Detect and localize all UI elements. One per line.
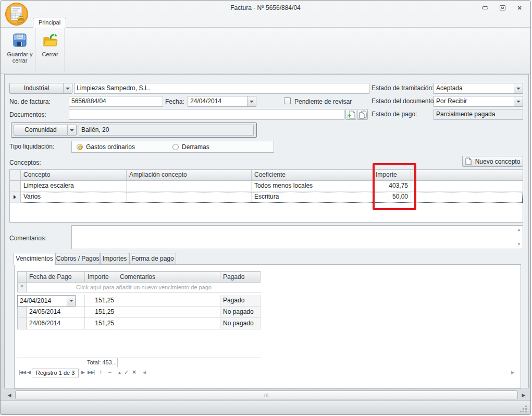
scrollbar-thumb[interactable]: ||| — [15, 390, 518, 399]
concept-row[interactable]: Limpieza escalera Todos menos locales 40… — [10, 181, 523, 192]
close-folder-icon — [42, 32, 58, 48]
total-label: Total: 453... — [85, 358, 118, 367]
col-pagado[interactable]: Pagado — [220, 271, 261, 283]
nav-post-button[interactable]: ✓ — [124, 369, 129, 376]
document-state-combo[interactable]: Por Recibir — [434, 96, 523, 107]
scroll-up-icon[interactable]: ▲ — [517, 228, 521, 232]
new-row-hint[interactable]: Click aquí para añadir un nuevo vencimie… — [27, 283, 261, 292]
new-concept-button[interactable]: Nuevo concepto — [462, 156, 523, 167]
resize-grip-icon[interactable] — [520, 406, 527, 413]
minimize-button[interactable] — [481, 5, 489, 11]
nav-append-button[interactable]: + — [99, 369, 103, 376]
supplier-type-label: Industrial — [10, 83, 63, 93]
payment-state-label: Estado de pago: — [372, 111, 417, 118]
tab-importes[interactable]: Importes — [100, 253, 129, 264]
new-row-icon: * — [18, 283, 26, 291]
liquidation-label: Tipo liquidación: — [9, 143, 54, 150]
payment-date-editor[interactable]: 24/04/2014 — [27, 295, 76, 307]
pending-review-checkbox[interactable] — [284, 97, 291, 104]
row-indicator-icon — [14, 195, 16, 199]
restore-button[interactable] — [499, 5, 506, 11]
comments-box[interactable]: ▲ ▼ — [71, 225, 523, 249]
nav-last-button[interactable]: ▶▶| — [88, 370, 94, 375]
vencimientos-header: Fecha de Pago Importe Comentarios Pagado — [17, 271, 261, 283]
supplier-type-dropdown[interactable] — [63, 83, 72, 93]
col-coeficiente[interactable]: Coeficiente — [252, 170, 373, 181]
community-type-button[interactable]: Comunidad — [14, 125, 77, 136]
nav-cancel-button[interactable]: × — [132, 369, 136, 376]
chevron-down-icon — [250, 101, 254, 103]
concept-row-selected[interactable]: Varios Escritura 50,00 — [10, 192, 523, 203]
radio-gastos-ordinarios[interactable] — [77, 144, 83, 150]
payment-state-field: Parcialmente pagada — [434, 109, 523, 120]
col-fecha-pago[interactable]: Fecha de Pago — [27, 271, 85, 283]
save-and-close-label: Guardar y cerrar — [4, 51, 35, 64]
col-comentarios[interactable]: Comentarios — [117, 271, 220, 283]
liquidation-group: Gastos ordinarios Derramas — [71, 141, 274, 153]
col-concepto[interactable]: Concepto — [21, 170, 127, 181]
chevron-down-icon — [516, 101, 521, 103]
scroll-left-icon[interactable]: ◀ — [5, 393, 14, 398]
scroll-down-icon[interactable]: ▼ — [517, 242, 521, 247]
tab-vencimientos[interactable]: Vencimientos — [14, 253, 55, 265]
app-icon[interactable] — [5, 2, 29, 26]
window-title: Factura - Nº 5656/884/04 — [1, 4, 530, 11]
invoice-no-field[interactable]: 5656/884/04 — [69, 96, 163, 107]
grid-scroll-left[interactable]: ◀ — [143, 370, 145, 375]
chevron-down-icon — [516, 88, 521, 90]
ribbon: Guardar y cerrar Cerrar — [1, 27, 530, 74]
date-label: Fecha: — [165, 98, 184, 105]
col-importe[interactable]: Importe — [85, 271, 117, 283]
date-dropdown[interactable] — [247, 96, 256, 106]
horizontal-scrollbar[interactable]: ◀ ||| ▶ — [5, 390, 528, 400]
nav-next-button[interactable]: ▶ — [81, 370, 84, 375]
processing-state-label: Estado de tramitación: — [372, 84, 434, 92]
community-field[interactable]: Bailén, 20 — [79, 125, 254, 136]
new-concept-label: Nuevo concepto — [475, 158, 521, 165]
invoice-no-label: No. de factura: — [9, 98, 51, 105]
payment-row[interactable]: 24/04/2014 151,25 Pagado — [17, 295, 261, 307]
payment-row[interactable]: 24/06/2014 151,25 No pagado — [17, 318, 261, 329]
nav-prev-button[interactable]: ◀ — [27, 370, 30, 375]
add-document-button[interactable] — [345, 109, 356, 120]
conceptos-header: Concepto Ampliación concepto Coeficiente… — [10, 170, 523, 181]
scroll-right-icon[interactable]: ▶ — [519, 393, 528, 398]
date-combo[interactable]: 24/04/2014 — [188, 96, 256, 107]
processing-state-dropdown[interactable] — [514, 83, 523, 93]
documents-field[interactable] — [69, 109, 344, 120]
chevron-down-icon — [66, 88, 70, 90]
payment-row[interactable]: 24/05/2014 151,25 No pagado — [17, 307, 261, 318]
nav-delete-button[interactable]: − — [108, 369, 112, 376]
new-payment-row[interactable]: * Click aquí para añadir un nuevo vencim… — [17, 283, 261, 292]
document-state-dropdown[interactable] — [514, 96, 523, 106]
radio-derramas[interactable] — [172, 144, 179, 150]
grip-icon: ||| — [264, 393, 269, 397]
grid-scroll-right[interactable]: ▶ — [511, 370, 514, 375]
minimize-icon — [482, 6, 488, 9]
save-and-close-button[interactable]: Guardar y cerrar — [4, 29, 35, 72]
supplier-name-field[interactable]: Limpiezas Sampedro, S.L. — [74, 83, 369, 94]
date-dropdown[interactable] — [67, 296, 75, 306]
community-type-label: Comunidad — [14, 125, 67, 135]
nav-edit-button[interactable]: ▲ — [117, 370, 121, 375]
ribbon-tab-principal[interactable]: Principal — [33, 18, 66, 28]
community-type-dropdown[interactable] — [67, 125, 76, 135]
col-ampliacion[interactable]: Ampliación concepto — [127, 170, 252, 181]
close-button[interactable]: × — [516, 5, 523, 11]
record-navigator: |◀◀ ◀ Registro 1 de 3 ▶ ▶▶| + − ▲ ✓ × ◀ … — [15, 368, 521, 378]
close-form-button[interactable]: Cerrar — [36, 29, 64, 72]
conceptos-grid: Concepto Ampliación concepto Coeficiente… — [9, 169, 523, 223]
highlight-rectangle — [373, 163, 416, 210]
tab-forma-pago[interactable]: Forma de pago — [129, 253, 176, 264]
nav-first-button[interactable]: |◀◀ — [19, 370, 26, 375]
new-document-icon — [465, 157, 472, 165]
save-icon — [11, 32, 28, 48]
vencimientos-page: Fecha de Pago Importe Comentarios Pagado… — [14, 264, 521, 389]
add-document-icon — [347, 111, 355, 119]
processing-state-combo[interactable]: Aceptada — [434, 83, 523, 94]
form-panel: Industrial Limpiezas Sampedro, S.L. Esta… — [4, 74, 529, 388]
tab-cobros-pagos[interactable]: Cobros / Pagos — [55, 253, 100, 264]
copy-document-button[interactable] — [357, 109, 368, 120]
chevron-down-icon — [69, 300, 73, 302]
supplier-type-button[interactable]: Industrial — [9, 83, 72, 94]
